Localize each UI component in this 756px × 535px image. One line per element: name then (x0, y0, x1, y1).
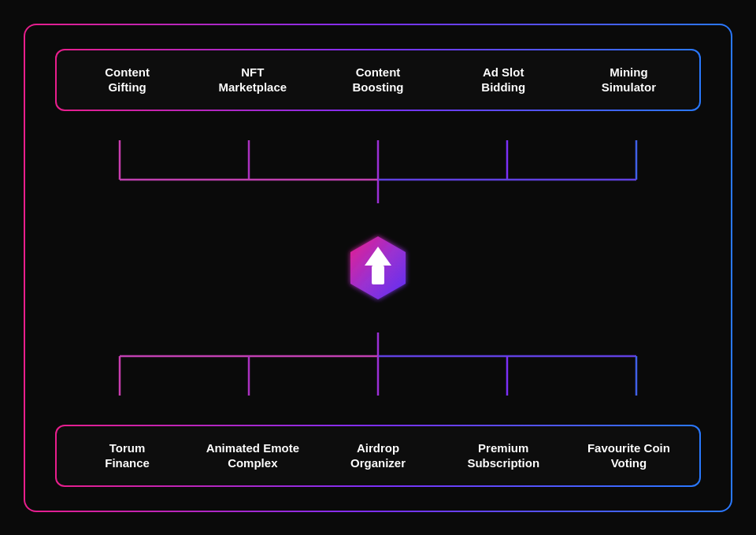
top-connector (55, 140, 701, 203)
top-item-mining-simulator: MiningSimulator (566, 65, 691, 95)
bottom-item-animated-emote-complex: Animated EmoteComplex (190, 440, 315, 471)
top-feature-box: ContentGifting NFTMarketplace ContentBoo… (55, 49, 701, 111)
top-item-content-boosting: ContentBoosting (315, 65, 440, 95)
center-logo (343, 232, 413, 303)
bottom-item-favourite-coin-voting: Favourite CoinVoting (566, 440, 691, 471)
main-frame: ContentGifting NFTMarketplace ContentBoo… (24, 24, 732, 512)
bottom-feature-box: TorumFinance Animated EmoteComplex Airdr… (55, 425, 701, 487)
hexagon-logo (343, 232, 413, 303)
bottom-item-airdrop-organizer: AirdropOrganizer (315, 440, 440, 471)
bottom-connector (55, 333, 701, 396)
bottom-connector-svg (55, 333, 701, 396)
bottom-item-premium-subscription: PremiumSubscription (441, 440, 566, 471)
top-item-content-gifting: ContentGifting (65, 65, 190, 95)
top-item-ad-slot-bidding: Ad SlotBidding (441, 65, 566, 95)
top-item-nft-marketplace: NFTMarketplace (190, 65, 315, 95)
bottom-item-torum-finance: TorumFinance (65, 440, 190, 471)
top-connector-svg (55, 140, 701, 203)
svg-rect-9 (372, 266, 384, 284)
